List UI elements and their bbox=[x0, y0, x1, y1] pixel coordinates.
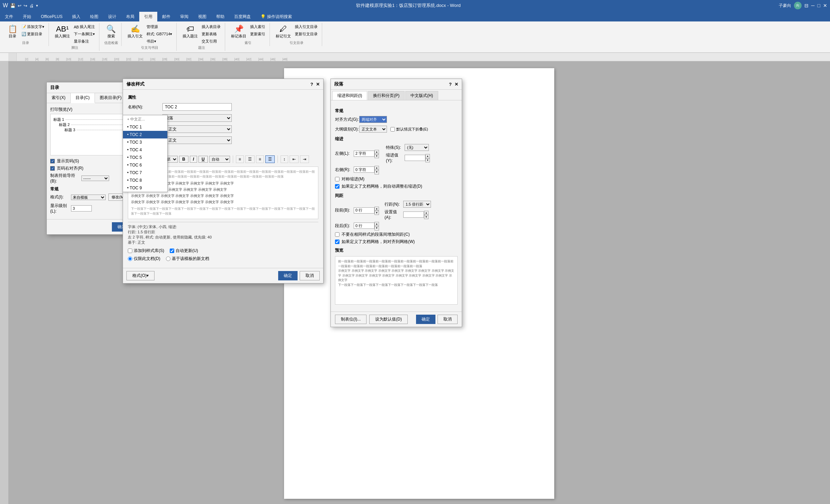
update-index-button[interactable]: 更新索引 bbox=[249, 31, 267, 37]
name-input[interactable] bbox=[162, 103, 232, 111]
insert-table-of-figs-button[interactable]: 插入表目录 bbox=[200, 24, 222, 30]
no-add-space-checkbox[interactable] bbox=[335, 232, 339, 237]
after-down[interactable]: ▼ bbox=[374, 226, 379, 230]
right-down[interactable]: ▼ bbox=[374, 170, 379, 174]
italic-button[interactable]: I bbox=[190, 156, 197, 163]
tab-search[interactable]: 💡操作说明搜索 bbox=[256, 12, 297, 21]
mirror-indent-checkbox[interactable] bbox=[335, 177, 339, 181]
next-footnote-button[interactable]: 下一条脚注▾ bbox=[72, 31, 96, 37]
tab-officeplus[interactable]: OfficePLUS bbox=[36, 12, 67, 21]
indent-decrease-button[interactable]: ⇤ bbox=[290, 155, 299, 163]
style-button[interactable]: 样式: GB7714▾ bbox=[145, 31, 174, 37]
align-justify-button[interactable]: ☰ bbox=[265, 155, 275, 163]
only-doc-radio[interactable] bbox=[128, 256, 132, 261]
style-type-select[interactable]: 段落 bbox=[162, 114, 232, 122]
sv-up[interactable]: ▲ bbox=[424, 211, 429, 215]
add-gallery-label[interactable]: 添加到样式库(S) bbox=[128, 248, 164, 254]
add-gallery-checkbox[interactable] bbox=[128, 249, 132, 253]
insert-index-button[interactable]: 插入索引 bbox=[249, 24, 267, 30]
tab-layout[interactable]: 布局 bbox=[121, 12, 139, 21]
styles-list-item-toc6[interactable]: • TOC 6 bbox=[123, 161, 167, 169]
toc-button[interactable]: 📋 目录 bbox=[6, 24, 19, 40]
grid-align-checkbox[interactable] bbox=[335, 240, 339, 244]
update-table-button[interactable]: 更新表格 bbox=[200, 31, 222, 37]
insert-footnote-button[interactable]: AB¹ 插入脚注 bbox=[53, 24, 72, 40]
redo-icon[interactable]: ↪ bbox=[24, 3, 27, 8]
special-select[interactable]: (无) bbox=[405, 144, 429, 151]
insert-caption-button[interactable]: 🏷 插入题注 bbox=[181, 24, 200, 40]
tab-mailings[interactable]: 邮件 bbox=[157, 12, 175, 21]
indent-increase-button[interactable]: ⇥ bbox=[300, 155, 309, 163]
styles-list-item-toc3[interactable]: • TOC 3 bbox=[123, 138, 167, 146]
ribbon-display-icon[interactable]: ⊟ bbox=[804, 3, 809, 8]
tab-file[interactable]: 文件 bbox=[0, 12, 18, 21]
color-select[interactable]: 自动 bbox=[209, 156, 230, 163]
line-select[interactable]: 1.5 倍行距 bbox=[403, 201, 431, 208]
new-doc-label[interactable]: 基于该模板的新文档 bbox=[166, 256, 209, 262]
para-tab-chinese[interactable]: 中文版式(H) bbox=[405, 91, 438, 100]
minimize-icon[interactable]: ─ bbox=[811, 3, 815, 8]
format-select[interactable]: 来自模板 bbox=[71, 195, 106, 200]
show-notes-button[interactable]: 显示备注 bbox=[72, 38, 96, 45]
insert-endnote-button[interactable]: AB 插入尾注 bbox=[72, 24, 96, 30]
styles-list-item-toc1[interactable]: + 中文正... bbox=[123, 115, 167, 123]
before-up[interactable]: ▲ bbox=[374, 207, 379, 211]
sv-down[interactable]: ▼ bbox=[424, 215, 429, 219]
modify-cancel-button[interactable]: 取消 bbox=[300, 271, 320, 280]
format-button[interactable]: 格式(O)▾ bbox=[126, 271, 154, 280]
set-default-button[interactable]: 设为默认值(D) bbox=[369, 315, 408, 324]
update-toc-button[interactable]: 🔄 更新目录 bbox=[20, 31, 46, 37]
quick-print-icon[interactable]: 🖨 bbox=[29, 3, 34, 8]
tab-help[interactable]: 帮助 bbox=[211, 12, 229, 21]
styles-list-item-toc4[interactable]: • TOC 4 bbox=[123, 146, 167, 154]
checkbox-page-align-icon[interactable] bbox=[50, 166, 55, 171]
style-base-select[interactable]: ↵正文 bbox=[162, 125, 232, 133]
para-tab-linebreak[interactable]: 换行和分页(P) bbox=[368, 91, 405, 100]
bold-button[interactable]: B bbox=[179, 156, 188, 163]
auto-update-label[interactable]: 自动更新(U) bbox=[170, 248, 198, 254]
tabs-button[interactable]: 制表位(I)... bbox=[335, 315, 367, 324]
before-input[interactable] bbox=[354, 207, 374, 214]
styles-list-item-toc1b[interactable]: • TOC 1 bbox=[123, 123, 167, 131]
styles-list-item-toc2[interactable]: • TOC 2 bbox=[123, 131, 167, 138]
para-tab-indent[interactable]: 缩进和间距(I) bbox=[332, 91, 367, 100]
show-level-input[interactable] bbox=[71, 205, 92, 212]
mark-citation-button[interactable]: 🖊 标记引文 bbox=[274, 24, 293, 40]
close-icon[interactable]: ✕ bbox=[823, 3, 827, 8]
user-avatar[interactable]: 向 bbox=[794, 2, 802, 9]
line-spacing-button[interactable]: ↕ bbox=[281, 155, 288, 163]
user-name[interactable]: 子豪向 bbox=[779, 3, 791, 9]
styles-list-item-toc9[interactable]: • TOC 9 bbox=[123, 184, 167, 192]
iv-up[interactable]: ▲ bbox=[425, 154, 430, 158]
tab-insert[interactable]: 插入 bbox=[67, 12, 85, 21]
search-button[interactable]: 🔍 搜索 bbox=[104, 24, 118, 40]
auto-adjust-checkbox[interactable] bbox=[335, 184, 339, 189]
tab-review[interactable]: 审阅 bbox=[175, 12, 193, 21]
right-indent-input[interactable] bbox=[354, 166, 374, 173]
only-doc-label[interactable]: 仅限此文档(D) bbox=[128, 256, 160, 262]
after-up[interactable]: ▲ bbox=[374, 222, 379, 226]
before-down[interactable]: ▼ bbox=[374, 211, 379, 215]
underline-button[interactable]: U bbox=[198, 156, 208, 163]
tab-references[interactable]: 引用 bbox=[139, 12, 157, 21]
add-text-button[interactable]: 📝 添加文字▾ bbox=[20, 24, 46, 30]
left-down[interactable]: ▼ bbox=[374, 154, 379, 158]
manage-sources-button[interactable]: 管理源 bbox=[145, 24, 174, 30]
next-style-select[interactable]: ↵正文 bbox=[162, 136, 232, 144]
tab-mulu[interactable]: 目录(C) bbox=[71, 93, 95, 103]
tab-tubiao[interactable]: 图表目录(F) bbox=[95, 93, 127, 103]
auto-update-checkbox[interactable] bbox=[170, 249, 174, 253]
undo-icon[interactable]: ↩ bbox=[18, 3, 21, 8]
tab-home[interactable]: 开始 bbox=[18, 12, 36, 21]
collapse-label[interactable]: 默认情况下折叠(E) bbox=[390, 127, 428, 132]
tab-leader-select[interactable]: ------ ...... (无) bbox=[81, 176, 109, 181]
modify-ok-button[interactable]: 确定 bbox=[278, 271, 298, 280]
left-up[interactable]: ▲ bbox=[374, 150, 379, 154]
checkbox-show-page-icon[interactable] bbox=[50, 159, 55, 163]
restore-icon[interactable]: □ bbox=[818, 3, 820, 8]
insert-citation-button[interactable]: ✍ 插入引文 bbox=[126, 24, 144, 40]
insert-cit-toc-button[interactable]: 插入引文目录 bbox=[293, 24, 319, 30]
outline-select[interactable]: 正文文本 bbox=[359, 126, 387, 133]
para-cancel-button[interactable]: 取消 bbox=[438, 315, 458, 324]
styles-list-item-toc8[interactable]: • TOC 8 bbox=[123, 177, 167, 184]
